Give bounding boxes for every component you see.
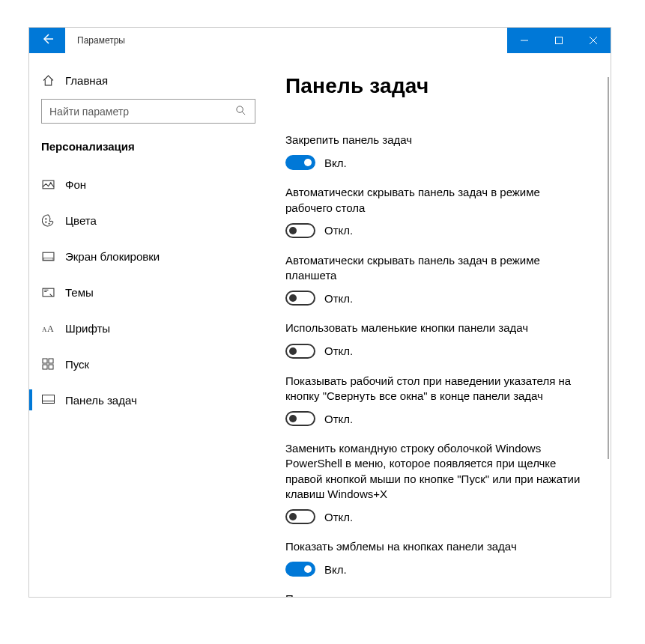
themes-icon	[41, 285, 55, 299]
window-controls	[507, 28, 611, 53]
sidebar-item-label: Фон	[65, 178, 86, 191]
palette-icon	[41, 213, 55, 227]
setting-label: Автоматически скрывать панель задач в ре…	[285, 185, 585, 216]
settings-window: Параметры Главная	[28, 27, 611, 598]
fonts-icon: AA	[41, 321, 55, 335]
toggle-knob	[289, 347, 297, 355]
toggle-knob	[289, 294, 297, 302]
scrollbar[interactable]	[608, 77, 609, 459]
setting-item: Показать эмблемы на кнопках панели задач…	[285, 539, 585, 577]
home-button[interactable]: Главная	[29, 64, 267, 96]
setting-label: Заменить командную строку оболочкой Wind…	[285, 441, 585, 502]
sidebar-item-label: Экран блокировки	[65, 250, 160, 263]
svg-text:A: A	[42, 326, 47, 333]
sidebar-item-themes[interactable]: Темы	[29, 274, 267, 310]
close-button[interactable]	[576, 28, 611, 53]
maximize-button[interactable]	[542, 28, 576, 53]
svg-point-4	[45, 218, 46, 219]
body: Главная Персонализация Фон Цвета	[29, 53, 611, 597]
sidebar-item-taskbar[interactable]: Панель задач	[29, 382, 267, 418]
setting-label: Автоматически скрывать панель задач в ре…	[285, 253, 585, 284]
setting-item: Автоматически скрывать панель задач в ре…	[285, 253, 585, 306]
arrow-left-icon	[41, 33, 53, 48]
toggle-row: Откл.	[285, 291, 585, 306]
sidebar-item-fonts[interactable]: AA Шрифты	[29, 310, 267, 346]
search-box[interactable]	[41, 99, 255, 124]
back-button[interactable]	[29, 28, 65, 53]
toggle-row: Вкл.	[285, 562, 585, 577]
toggle-state-label: Откл.	[324, 344, 353, 357]
toggle-row: Откл.	[285, 411, 585, 426]
toggle-state-label: Откл.	[324, 511, 353, 523]
maximize-icon	[555, 37, 563, 44]
taskbar-icon	[41, 393, 55, 407]
toggle-knob	[304, 565, 312, 573]
toggle-switch[interactable]	[285, 344, 315, 359]
toggle-knob	[304, 159, 312, 166]
start-icon	[41, 357, 55, 371]
sidebar-item-colors[interactable]: Цвета	[29, 202, 267, 238]
toggle-state-label: Откл.	[324, 292, 353, 305]
toggle-row: Вкл.	[285, 155, 585, 170]
toggle-knob	[289, 415, 297, 422]
toggle-switch[interactable]	[285, 509, 315, 524]
svg-rect-15	[49, 365, 53, 369]
svg-rect-8	[43, 258, 53, 260]
search-wrap	[29, 96, 267, 137]
setting-label: Показывать рабочий стол при наведении ук…	[285, 374, 585, 404]
toggle-state-label: Откл.	[324, 413, 353, 425]
sidebar-item-background[interactable]: Фон	[29, 166, 267, 202]
setting-item: Заменить командную строку оболочкой Wind…	[285, 441, 585, 524]
close-icon	[590, 37, 597, 44]
home-icon	[41, 73, 55, 87]
category-header: Персонализация	[29, 137, 267, 166]
svg-text:A: A	[47, 323, 54, 334]
toggle-switch[interactable]	[285, 291, 315, 306]
svg-point-5	[45, 221, 46, 222]
setting-label: Закрепить панель задач	[285, 133, 585, 148]
setting-item: Использовать маленькие кнопки панели зад…	[285, 321, 585, 358]
home-label: Главная	[65, 74, 108, 87]
toggle-state-label: Вкл.	[324, 563, 347, 576]
svg-point-3	[49, 182, 51, 183]
sidebar-item-lockscreen[interactable]: Экран блокировки	[29, 238, 267, 274]
toggle-switch[interactable]	[285, 411, 315, 426]
sidebar-item-label: Цвета	[65, 214, 97, 227]
setting-item: Показывать рабочий стол при наведении ук…	[285, 374, 585, 427]
search-input[interactable]	[49, 106, 229, 118]
svg-point-1	[237, 106, 243, 112]
svg-rect-13	[49, 359, 53, 363]
toggle-state-label: Вкл.	[324, 157, 347, 169]
sidebar: Главная Персонализация Фон Цвета	[29, 53, 267, 597]
svg-point-6	[48, 222, 49, 224]
toggle-switch[interactable]	[285, 562, 315, 577]
svg-rect-12	[43, 359, 47, 363]
sidebar-item-label: Шрифты	[65, 322, 110, 335]
toggle-row: Откл.	[285, 509, 585, 524]
page-title: Панель задач	[285, 74, 608, 98]
search-icon	[235, 105, 247, 117]
setting-label: Использовать маленькие кнопки панели зад…	[285, 321, 585, 335]
setting-label: Положение панели задач на экране	[285, 592, 585, 597]
svg-rect-0	[556, 37, 563, 44]
minimize-button[interactable]	[507, 28, 542, 53]
sidebar-item-label: Панель задач	[65, 394, 137, 407]
svg-rect-14	[43, 365, 47, 369]
svg-rect-17	[42, 401, 54, 404]
toggle-knob	[289, 227, 297, 234]
setting-item: Закрепить панель задачВкл.	[285, 133, 585, 170]
setting-label: Показать эмблемы на кнопках панели задач	[285, 539, 585, 554]
content-pane[interactable]: Панель задач Закрепить панель задачВкл.А…	[267, 53, 611, 597]
toggle-switch[interactable]	[285, 155, 315, 170]
window-title: Параметры	[65, 35, 125, 46]
toggle-switch[interactable]	[285, 223, 315, 238]
setting-extra: Положение панели задач на экране	[285, 592, 585, 597]
image-icon	[41, 177, 55, 191]
sidebar-item-label: Пуск	[65, 358, 89, 371]
sidebar-item-start[interactable]: Пуск	[29, 346, 267, 382]
toggle-knob	[289, 513, 297, 520]
toggle-state-label: Откл.	[324, 224, 353, 237]
setting-item: Автоматически скрывать панель задач в ре…	[285, 185, 585, 238]
lockscreen-icon	[41, 249, 55, 263]
toggle-row: Откл.	[285, 344, 585, 359]
